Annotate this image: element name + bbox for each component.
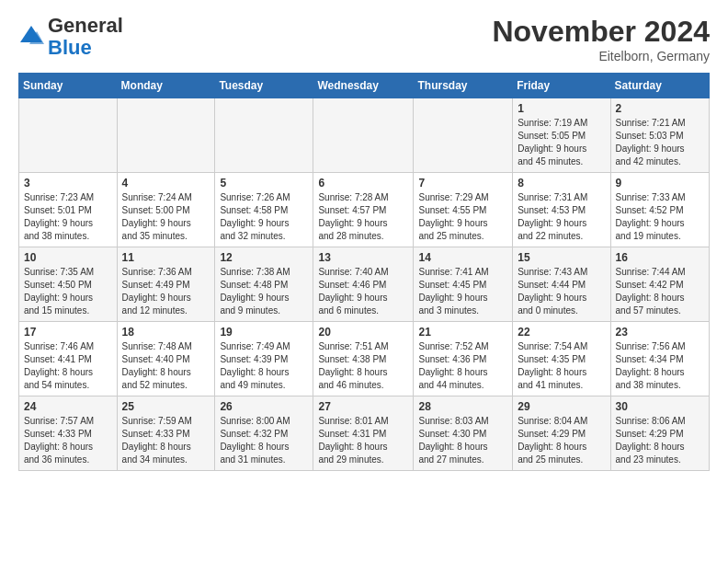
- day-info: Sunrise: 8:01 AM Sunset: 4:31 PM Dayligh…: [318, 415, 408, 466]
- calendar-cell: 1Sunrise: 7:19 AM Sunset: 5:05 PM Daylig…: [513, 98, 610, 173]
- day-info: Sunrise: 8:00 AM Sunset: 4:32 PM Dayligh…: [220, 415, 308, 466]
- day-info: Sunrise: 7:57 AM Sunset: 4:33 PM Dayligh…: [24, 415, 112, 466]
- calendar-cell: [414, 98, 513, 173]
- day-info: Sunrise: 7:52 AM Sunset: 4:36 PM Dayligh…: [418, 340, 507, 392]
- day-info: Sunrise: 7:44 AM Sunset: 4:42 PM Dayligh…: [616, 266, 704, 317]
- day-info: Sunrise: 7:26 AM Sunset: 4:58 PM Dayligh…: [220, 191, 308, 243]
- calendar-cell: 13Sunrise: 7:40 AM Sunset: 4:46 PM Dayli…: [313, 247, 414, 322]
- day-info: Sunrise: 7:33 AM Sunset: 4:52 PM Dayligh…: [616, 191, 704, 243]
- th-sunday: Sunday: [19, 74, 118, 98]
- calendar-cell: 2Sunrise: 7:21 AM Sunset: 5:03 PM Daylig…: [610, 98, 709, 173]
- th-monday: Monday: [117, 74, 215, 98]
- logo: General Blue: [18, 15, 123, 59]
- day-info: Sunrise: 7:49 AM Sunset: 4:39 PM Dayligh…: [220, 340, 308, 392]
- calendar-cell: 18Sunrise: 7:48 AM Sunset: 4:40 PM Dayli…: [117, 322, 215, 396]
- calendar-header: Sunday Monday Tuesday Wednesday Thursday…: [19, 74, 710, 98]
- th-thursday: Thursday: [414, 74, 513, 98]
- calendar-cell: 8Sunrise: 7:31 AM Sunset: 4:53 PM Daylig…: [513, 173, 610, 247]
- day-info: Sunrise: 7:19 AM Sunset: 5:05 PM Dayligh…: [518, 117, 605, 168]
- calendar-cell: 28Sunrise: 8:03 AM Sunset: 4:30 PM Dayli…: [414, 396, 513, 471]
- day-number: 17: [24, 326, 112, 339]
- day-number: 10: [24, 251, 112, 264]
- calendar-week-2: 10Sunrise: 7:35 AM Sunset: 4:50 PM Dayli…: [19, 247, 710, 322]
- calendar-cell: [19, 98, 118, 173]
- day-info: Sunrise: 7:28 AM Sunset: 4:57 PM Dayligh…: [318, 191, 408, 243]
- day-number: 2: [616, 102, 704, 115]
- day-number: 12: [220, 251, 308, 264]
- day-info: Sunrise: 7:29 AM Sunset: 4:55 PM Dayligh…: [418, 191, 507, 243]
- day-info: Sunrise: 7:46 AM Sunset: 4:41 PM Dayligh…: [24, 340, 112, 392]
- calendar-cell: 19Sunrise: 7:49 AM Sunset: 4:39 PM Dayli…: [215, 322, 313, 396]
- calendar-cell: 30Sunrise: 8:06 AM Sunset: 4:29 PM Dayli…: [610, 396, 709, 471]
- weekday-row: Sunday Monday Tuesday Wednesday Thursday…: [19, 74, 710, 98]
- calendar-cell: 10Sunrise: 7:35 AM Sunset: 4:50 PM Dayli…: [19, 247, 118, 322]
- calendar-cell: 9Sunrise: 7:33 AM Sunset: 4:52 PM Daylig…: [610, 173, 709, 247]
- calendar-cell: 5Sunrise: 7:26 AM Sunset: 4:58 PM Daylig…: [215, 173, 313, 247]
- calendar-body: 1Sunrise: 7:19 AM Sunset: 5:05 PM Daylig…: [19, 98, 710, 471]
- day-number: 3: [24, 177, 112, 190]
- logo-blue: Blue: [48, 36, 92, 59]
- calendar-week-0: 1Sunrise: 7:19 AM Sunset: 5:05 PM Daylig…: [19, 98, 710, 173]
- day-number: 9: [616, 177, 704, 190]
- day-info: Sunrise: 7:59 AM Sunset: 4:33 PM Dayligh…: [122, 415, 210, 466]
- calendar-cell: 6Sunrise: 7:28 AM Sunset: 4:57 PM Daylig…: [313, 173, 414, 247]
- calendar-cell: 22Sunrise: 7:54 AM Sunset: 4:35 PM Dayli…: [513, 322, 610, 396]
- page: General Blue November 2024 Eitelborn, Ge…: [0, 0, 728, 486]
- day-number: 25: [122, 400, 210, 413]
- calendar-cell: 16Sunrise: 7:44 AM Sunset: 4:42 PM Dayli…: [610, 247, 709, 322]
- day-number: 14: [418, 251, 507, 264]
- day-number: 30: [616, 400, 704, 413]
- day-info: Sunrise: 7:41 AM Sunset: 4:45 PM Dayligh…: [418, 266, 507, 317]
- calendar-cell: 21Sunrise: 7:52 AM Sunset: 4:36 PM Dayli…: [414, 322, 513, 396]
- calendar-week-3: 17Sunrise: 7:46 AM Sunset: 4:41 PM Dayli…: [19, 322, 710, 396]
- day-info: Sunrise: 7:40 AM Sunset: 4:46 PM Dayligh…: [318, 266, 408, 317]
- day-number: 20: [318, 326, 408, 339]
- day-number: 15: [518, 251, 605, 264]
- day-info: Sunrise: 7:35 AM Sunset: 4:50 PM Dayligh…: [24, 266, 112, 317]
- calendar-cell: 14Sunrise: 7:41 AM Sunset: 4:45 PM Dayli…: [414, 247, 513, 322]
- day-number: 1: [518, 102, 605, 115]
- day-number: 21: [418, 326, 507, 339]
- calendar-cell: 27Sunrise: 8:01 AM Sunset: 4:31 PM Dayli…: [313, 396, 414, 471]
- day-number: 16: [616, 251, 704, 264]
- day-number: 19: [220, 326, 308, 339]
- calendar-cell: 12Sunrise: 7:38 AM Sunset: 4:48 PM Dayli…: [215, 247, 313, 322]
- calendar-cell: 29Sunrise: 8:04 AM Sunset: 4:29 PM Dayli…: [513, 396, 610, 471]
- day-info: Sunrise: 7:54 AM Sunset: 4:35 PM Dayligh…: [518, 340, 605, 392]
- day-number: 13: [318, 251, 408, 264]
- day-info: Sunrise: 8:06 AM Sunset: 4:29 PM Dayligh…: [616, 415, 704, 466]
- day-info: Sunrise: 7:23 AM Sunset: 5:01 PM Dayligh…: [24, 191, 112, 243]
- logo-icon: [18, 24, 44, 50]
- calendar-cell: 7Sunrise: 7:29 AM Sunset: 4:55 PM Daylig…: [414, 173, 513, 247]
- day-number: 11: [122, 251, 210, 264]
- day-number: 18: [122, 326, 210, 339]
- calendar-week-1: 3Sunrise: 7:23 AM Sunset: 5:01 PM Daylig…: [19, 173, 710, 247]
- calendar-cell: [313, 98, 414, 173]
- day-number: 26: [220, 400, 308, 413]
- day-info: Sunrise: 7:38 AM Sunset: 4:48 PM Dayligh…: [220, 266, 308, 317]
- location: Eitelborn, Germany: [492, 49, 710, 63]
- calendar-cell: 4Sunrise: 7:24 AM Sunset: 5:00 PM Daylig…: [117, 173, 215, 247]
- day-number: 28: [418, 400, 507, 413]
- day-info: Sunrise: 7:24 AM Sunset: 5:00 PM Dayligh…: [122, 191, 210, 243]
- th-tuesday: Tuesday: [215, 74, 313, 98]
- day-info: Sunrise: 8:04 AM Sunset: 4:29 PM Dayligh…: [518, 415, 605, 466]
- day-info: Sunrise: 7:43 AM Sunset: 4:44 PM Dayligh…: [518, 266, 605, 317]
- th-saturday: Saturday: [610, 74, 709, 98]
- th-wednesday: Wednesday: [313, 74, 414, 98]
- calendar-cell: 15Sunrise: 7:43 AM Sunset: 4:44 PM Dayli…: [513, 247, 610, 322]
- calendar-cell: [117, 98, 215, 173]
- day-number: 27: [318, 400, 408, 413]
- calendar-table: Sunday Monday Tuesday Wednesday Thursday…: [18, 73, 710, 471]
- day-info: Sunrise: 7:48 AM Sunset: 4:40 PM Dayligh…: [122, 340, 210, 392]
- calendar-cell: 24Sunrise: 7:57 AM Sunset: 4:33 PM Dayli…: [19, 396, 118, 471]
- calendar-cell: 3Sunrise: 7:23 AM Sunset: 5:01 PM Daylig…: [19, 173, 118, 247]
- day-number: 8: [518, 177, 605, 190]
- logo-general: General: [48, 14, 123, 37]
- day-number: 5: [220, 177, 308, 190]
- calendar-cell: 17Sunrise: 7:46 AM Sunset: 4:41 PM Dayli…: [19, 322, 118, 396]
- day-number: 7: [418, 177, 507, 190]
- day-number: 29: [518, 400, 605, 413]
- calendar-cell: 26Sunrise: 8:00 AM Sunset: 4:32 PM Dayli…: [215, 396, 313, 471]
- day-info: Sunrise: 7:21 AM Sunset: 5:03 PM Dayligh…: [616, 117, 704, 168]
